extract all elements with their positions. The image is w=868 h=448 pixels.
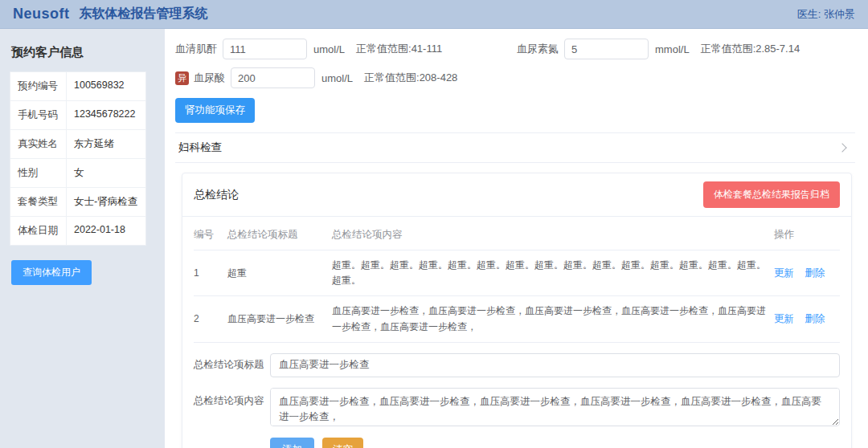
blood-uric-acid-input[interactable] [231,67,315,88]
customer-info-table: 预约编号 100569832 手机号码 12345678222 真实姓名 东方延… [10,71,146,246]
cell-content: 超重。超重。超重。超重。超重。超重。超重。超重。超重。超重。超重。超重。超重。超… [332,250,774,296]
row-label: 手机号码 [10,101,67,129]
abnormal-badge-icon: 异 [175,71,189,85]
field-unit: umol/L [313,43,345,55]
field-blood-uric-acid: 异 血尿酸 umol/L 正常值范围:208-428 [175,67,517,88]
cell-title: 血压高要进一步检查 [227,296,332,342]
sidebar: 预约客户信息 预约编号 100569832 手机号码 12345678222 真… [0,29,165,448]
doctor-label: 医生: 张仲景 [797,7,855,22]
update-link[interactable]: 更新 [774,313,794,324]
collapse-title: 妇科检查 [178,141,222,155]
app-header: Neusoft 东软体检报告管理系统 医生: 张仲景 [0,0,868,29]
field-serum-creatinine: 血清肌酐 umol/L 正常值范围:41-111 [175,39,517,59]
sidebar-title: 预约客户信息 [11,45,154,60]
column-header-actions: 操作 [774,220,840,250]
clear-button[interactable]: 清空 [322,438,363,448]
app-window: Neusoft 东软体检报告管理系统 医生: 张仲景 预约客户信息 预约编号 1… [0,0,868,448]
row-label: 预约编号 [10,72,67,100]
field-unit: mmol/L [655,43,690,55]
add-button[interactable]: 添加 [270,438,314,448]
field-label: 血尿酸 [194,71,225,85]
row-label: 套餐类型 [10,188,67,216]
blood-urea-nitrogen-input[interactable] [564,39,649,59]
table-row: 体检日期 2022-01-18 [10,217,145,245]
row-value: 12345678222 [67,101,145,129]
field-normal-range: 正常值范围:41-111 [356,42,442,56]
query-exam-user-button[interactable]: 查询体检用户 [11,260,92,285]
cell-no: 1 [194,250,227,296]
column-header-title: 总检结论项标题 [227,220,332,250]
table-header-row: 编号 总检结论项标题 总检结论项内容 操作 [194,220,840,250]
row-label: 体检日期 [10,217,67,245]
delete-link[interactable]: 删除 [805,313,825,324]
conclusion-title-label: 总检结论项标题 [194,358,270,372]
table-row: 1 超重 超重。超重。超重。超重。超重。超重。超重。超重。超重。超重。超重。超重… [194,250,840,296]
conclusion-content-label: 总检结论项内容 [194,388,270,408]
table-row: 预约编号 100569832 [10,72,145,101]
chevron-right-icon [837,143,846,152]
page-title: 东软体检报告管理系统 [80,6,208,22]
conclusion-panel-body: 编号 总检结论项标题 总检结论项内容 操作 1 超重 超重。超重。超重。超重。超… [182,217,851,448]
row-label: 真实姓名 [10,130,67,158]
field-normal-range: 正常值范围:2.85-7.14 [701,42,800,56]
conclusion-content-textarea[interactable]: 血压高要进一步检查，血压高要进一步检查，血压高要进一步检查，血压高要进一步检查，… [270,388,840,426]
kidney-function-save-button[interactable]: 肾功能项保存 [175,98,255,123]
row-label: 性别 [10,159,67,187]
exam-fields-form: 血清肌酐 umol/L 正常值范围:41-111 血尿素氮 mmol/L 正常值… [175,39,855,88]
cell-actions: 更新 删除 [774,296,840,342]
conclusion-title-input[interactable] [270,353,840,377]
grid-spacer [517,67,855,88]
table-row: 手机号码 12345678222 [10,101,145,130]
main-content: 血清肌酐 umol/L 正常值范围:41-111 血尿素氮 mmol/L 正常值… [165,29,868,448]
conclusion-table: 编号 总检结论项标题 总检结论项内容 操作 1 超重 超重。超重。超重。超重。超… [194,220,840,343]
gynecology-collapse-header[interactable]: 妇科检查 [175,132,855,163]
conclusion-buttons: 添加 清空 [270,438,840,448]
row-value: 东方延绪 [67,130,145,158]
field-blood-urea-nitrogen: 血尿素氮 mmol/L 正常值范围:2.85-7.14 [517,39,855,59]
table-row: 真实姓名 东方延绪 [10,130,145,159]
conclusion-panel-header: 总检结论 体检套餐总检结果报告归档 [182,173,851,217]
row-value: 女 [67,159,145,187]
field-label: 血清肌酐 [175,42,217,56]
cell-content: 血压高要进一步检查，血压高要进一步检查，血压高要进一步检查，血压高要进一步检查，… [332,296,774,342]
row-value: 女士-肾病检查 [67,188,145,216]
row-value: 2022-01-18 [67,217,145,245]
page-body: 预约客户信息 预约编号 100569832 手机号码 12345678222 真… [0,29,868,448]
table-row: 性别 女 [10,159,145,188]
archive-report-button[interactable]: 体检套餐总检结果报告归档 [703,181,840,208]
conclusion-content-form-row: 总检结论项内容 血压高要进一步检查，血压高要进一步检查，血压高要进一步检查，血压… [194,388,840,426]
cell-no: 2 [194,296,227,342]
conclusion-panel-title: 总检结论 [194,188,239,202]
column-header-content: 总检结论项内容 [332,220,774,250]
serum-creatinine-input[interactable] [223,39,307,59]
column-header-no: 编号 [194,220,227,250]
field-unit: umol/L [321,72,353,84]
conclusion-title-form-row: 总检结论项标题 [194,353,840,377]
row-value: 100569832 [67,72,145,100]
conclusion-panel: 总检结论 体检套餐总检结果报告归档 编号 总检结论项标题 总检结论项内容 [182,173,852,448]
cell-title: 超重 [227,250,332,296]
brand-logo: Neusoft [13,6,70,22]
table-row: 套餐类型 女士-肾病检查 [10,188,145,217]
update-link[interactable]: 更新 [774,267,794,279]
delete-link[interactable]: 删除 [805,267,825,279]
cell-actions: 更新 删除 [774,250,840,296]
field-label: 血尿素氮 [517,42,559,56]
field-normal-range: 正常值范围:208-428 [364,71,457,85]
table-row: 2 血压高要进一步检查 血压高要进一步检查，血压高要进一步检查，血压高要进一步检… [194,296,840,342]
